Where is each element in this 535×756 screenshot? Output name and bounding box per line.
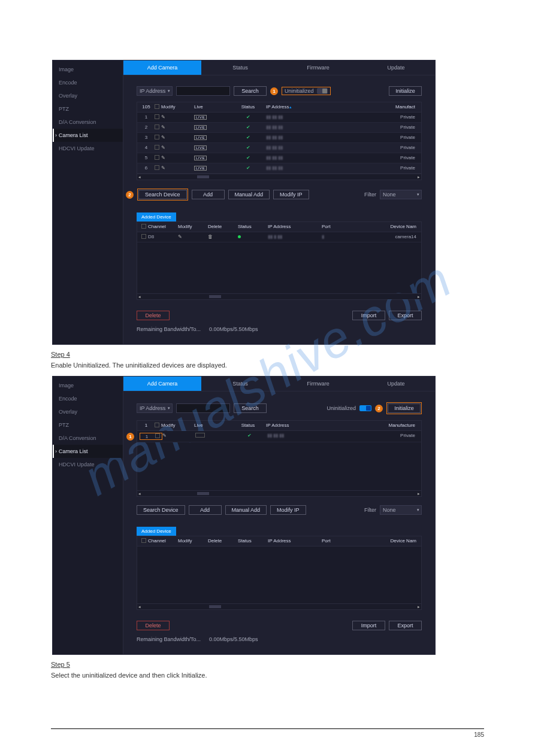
sidebar-item-da-conversion[interactable]: D/A Conversion bbox=[53, 116, 123, 129]
row-checkbox[interactable] bbox=[155, 165, 159, 170]
row-checkbox[interactable] bbox=[155, 433, 160, 438]
tab-firmware[interactable]: Firmware bbox=[279, 60, 357, 75]
import-button[interactable]: Import bbox=[352, 311, 385, 320]
sidebar-item-da-conversion[interactable]: D/A Conversion bbox=[53, 432, 123, 445]
scroll-right-icon[interactable]: ▸ bbox=[418, 605, 420, 609]
filter-select[interactable]: None bbox=[380, 505, 422, 515]
add-button[interactable]: Add bbox=[189, 505, 222, 515]
added-device-tab[interactable]: Added Device bbox=[137, 527, 176, 536]
edit-icon[interactable]: ✎ bbox=[161, 125, 165, 130]
add-button[interactable]: Add bbox=[192, 190, 225, 199]
live-icon[interactable]: LIVE bbox=[194, 125, 207, 130]
scroll-left-icon[interactable]: ◂ bbox=[138, 294, 141, 299]
scroll-right-icon[interactable]: ▸ bbox=[418, 491, 420, 496]
scroll-thumb[interactable] bbox=[209, 295, 221, 298]
live-icon[interactable] bbox=[195, 433, 205, 438]
scroll-left-icon[interactable]: ◂ bbox=[138, 175, 141, 180]
tab-firmware[interactable]: Firmware bbox=[279, 377, 357, 391]
filter-select[interactable]: None bbox=[380, 190, 422, 199]
scroll-right-icon[interactable]: ▸ bbox=[418, 175, 420, 180]
export-button[interactable]: Export bbox=[389, 621, 422, 630]
scroll-left-icon[interactable]: ◂ bbox=[138, 491, 141, 496]
edit-icon[interactable]: ✎ bbox=[161, 165, 165, 171]
live-icon[interactable]: LIVE bbox=[194, 115, 207, 120]
search-input[interactable] bbox=[176, 403, 230, 413]
sidebar-item-ptz[interactable]: PTZ bbox=[53, 418, 123, 432]
sidebar-item-ptz[interactable]: PTZ bbox=[53, 102, 123, 116]
edit-icon[interactable]: ✎ bbox=[162, 433, 167, 438]
col-ip-address[interactable]: IP Address▴ bbox=[266, 104, 326, 110]
live-icon[interactable]: LIVE bbox=[194, 145, 207, 150]
initialize-button[interactable]: Initialize bbox=[388, 403, 421, 413]
tab-update[interactable]: Update bbox=[357, 60, 435, 75]
initialize-button[interactable]: Initialize bbox=[389, 86, 422, 96]
tab-add-camera[interactable]: Add Camera bbox=[123, 377, 201, 391]
edit-icon[interactable]: ✎ bbox=[161, 145, 165, 150]
select-all-checkbox[interactable] bbox=[155, 423, 159, 427]
scroll-left-icon[interactable]: ◂ bbox=[138, 605, 141, 609]
sidebar-item-encode[interactable]: Encode bbox=[53, 76, 123, 89]
row-checkbox[interactable] bbox=[155, 145, 159, 150]
row-checkbox[interactable] bbox=[155, 125, 159, 129]
sidebar-item-hdcvi-update[interactable]: HDCVI Update bbox=[53, 142, 123, 155]
modify-ip-button[interactable]: Modify IP bbox=[270, 505, 306, 515]
sidebar-item-image[interactable]: Image bbox=[53, 63, 123, 76]
select-all-checkbox[interactable] bbox=[155, 104, 159, 109]
tab-status[interactable]: Status bbox=[201, 377, 279, 391]
row-checkbox[interactable] bbox=[155, 155, 159, 160]
export-button[interactable]: Export bbox=[389, 311, 422, 320]
uninitialized-toggle[interactable] bbox=[317, 88, 328, 94]
edit-icon[interactable]: ✎ bbox=[161, 135, 165, 140]
search-button[interactable]: Search bbox=[234, 403, 267, 413]
scroll-thumb[interactable] bbox=[197, 175, 209, 178]
trash-icon[interactable]: 🗑 bbox=[208, 234, 213, 239]
live-icon[interactable]: LIVE bbox=[194, 166, 207, 171]
search-device-button[interactable]: Search Device bbox=[138, 190, 187, 199]
tab-update[interactable]: Update bbox=[357, 377, 435, 391]
horizontal-scrollbar[interactable]: ◂▸ bbox=[137, 603, 421, 609]
search-device-button[interactable]: Search Device bbox=[137, 505, 185, 515]
added-devices-grid: Channel Modify Delete Status IP Address … bbox=[137, 536, 422, 610]
row-checkbox[interactable] bbox=[155, 114, 159, 119]
col-ip-address: IP Address bbox=[268, 224, 322, 230]
col-device-name: Device Nam bbox=[352, 224, 419, 230]
delete-button[interactable]: Delete bbox=[137, 311, 170, 320]
uninitialized-toggle[interactable] bbox=[359, 405, 371, 411]
scroll-thumb[interactable] bbox=[209, 605, 221, 608]
row-num: 4 bbox=[140, 145, 153, 151]
delete-button[interactable]: Delete bbox=[137, 621, 170, 630]
added-device-tab[interactable]: Added Device bbox=[137, 212, 176, 221]
sidebar-item-overlay[interactable]: Overlay bbox=[53, 405, 123, 418]
scroll-thumb[interactable] bbox=[197, 492, 209, 495]
live-icon[interactable]: LIVE bbox=[194, 156, 207, 160]
sidebar-item-hdcvi-update[interactable]: HDCVI Update bbox=[53, 458, 123, 471]
status-ok-icon: ✔ bbox=[246, 125, 250, 130]
row-checkbox[interactable] bbox=[155, 135, 159, 139]
edit-icon[interactable]: ✎ bbox=[178, 234, 182, 239]
live-icon[interactable]: LIVE bbox=[194, 135, 207, 140]
tab-add-camera[interactable]: Add Camera bbox=[123, 60, 201, 75]
edit-icon[interactable]: ✎ bbox=[161, 155, 165, 160]
sidebar-item-camera-list[interactable]: ›Camera List bbox=[53, 129, 123, 142]
sidebar-item-overlay[interactable]: Overlay bbox=[53, 89, 123, 102]
manual-add-button[interactable]: Manual Add bbox=[225, 505, 267, 515]
search-input[interactable] bbox=[176, 86, 230, 96]
sidebar-item-encode[interactable]: Encode bbox=[53, 392, 123, 405]
search-button[interactable]: Search bbox=[234, 86, 267, 96]
sidebar-item-image[interactable]: Image bbox=[53, 379, 123, 392]
horizontal-scrollbar[interactable]: ◂▸ bbox=[137, 293, 421, 299]
horizontal-scrollbar[interactable]: ◂▸ bbox=[137, 174, 421, 180]
filter-type-select[interactable]: IP Address bbox=[137, 86, 173, 96]
modify-ip-button[interactable]: Modify IP bbox=[273, 190, 309, 199]
tab-status[interactable]: Status bbox=[201, 60, 279, 75]
scroll-right-icon[interactable]: ▸ bbox=[418, 294, 420, 299]
select-all-checkbox[interactable] bbox=[141, 224, 146, 229]
import-button[interactable]: Import bbox=[352, 621, 385, 630]
row-checkbox[interactable] bbox=[141, 234, 146, 239]
select-all-checkbox[interactable] bbox=[141, 538, 146, 543]
horizontal-scrollbar[interactable]: ◂▸ bbox=[137, 490, 421, 496]
manual-add-button[interactable]: Manual Add bbox=[228, 190, 270, 199]
sidebar-item-camera-list[interactable]: ›Camera List bbox=[53, 445, 123, 458]
edit-icon[interactable]: ✎ bbox=[161, 114, 165, 120]
filter-type-select[interactable]: IP Address bbox=[137, 403, 173, 413]
